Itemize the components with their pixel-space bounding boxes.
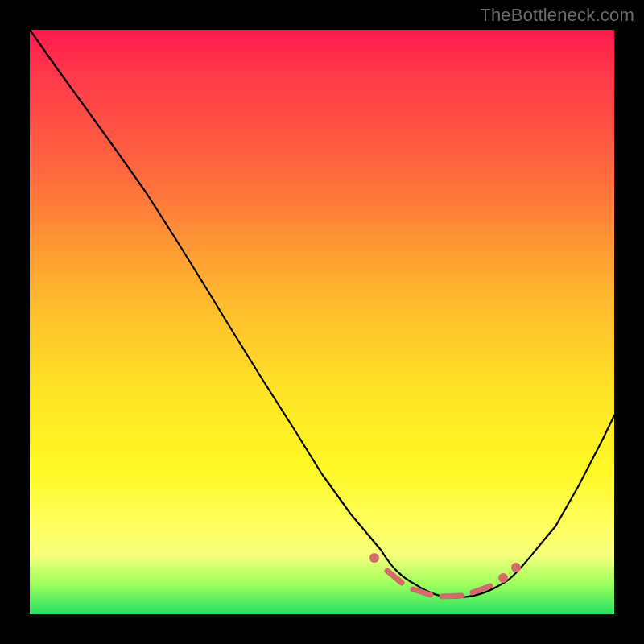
svg-point-6 bbox=[511, 563, 521, 572]
svg-point-0 bbox=[369, 553, 379, 563]
curve-svg bbox=[30, 30, 614, 614]
highlight-dots bbox=[369, 553, 521, 597]
svg-line-3 bbox=[442, 596, 461, 597]
svg-point-5 bbox=[498, 573, 508, 583]
svg-line-2 bbox=[413, 589, 431, 595]
bottleneck-curve bbox=[30, 30, 614, 597]
watermark-text: TheBottleneck.com bbox=[480, 5, 634, 26]
plot-area bbox=[30, 30, 614, 614]
chart-frame: TheBottleneck.com bbox=[0, 0, 644, 644]
